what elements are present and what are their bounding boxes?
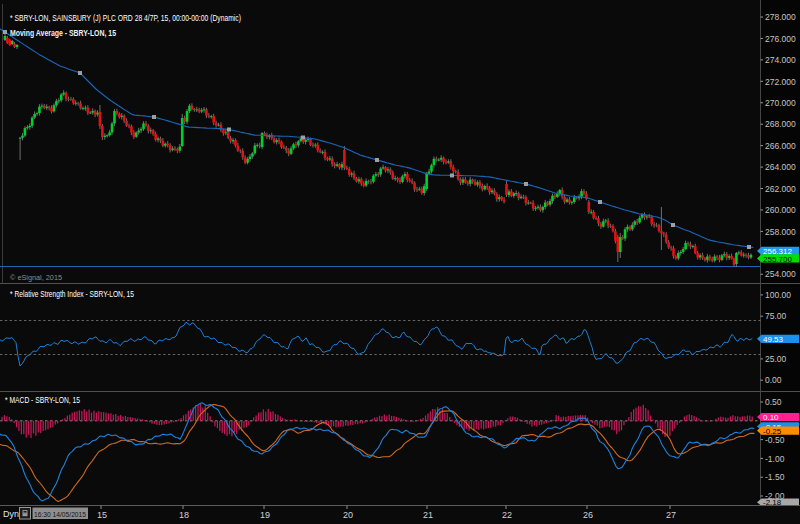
svg-text:49.53: 49.53 (763, 335, 784, 344)
svg-text:270.000: 270.000 (765, 98, 796, 108)
svg-text:0.50: 0.50 (765, 397, 782, 407)
svg-text:* SBRY-LON, SAINSBURY (J) PLC: * SBRY-LON, SAINSBURY (J) PLC ORD 28 4/7… (10, 13, 241, 23)
svg-text:* Relative Strength Index - SB: * Relative Strength Index - SBRY-LON, 15 (10, 289, 134, 299)
svg-text:Moving Average - SBRY-LON, 15: Moving Average - SBRY-LON, 15 (10, 28, 116, 38)
svg-text:18: 18 (179, 510, 189, 520)
svg-text:19: 19 (260, 510, 270, 520)
svg-text:75.00: 75.00 (765, 311, 787, 321)
svg-text:15: 15 (97, 510, 107, 520)
svg-text:100.00: 100.00 (765, 290, 791, 300)
svg-text:22: 22 (502, 510, 512, 520)
svg-text:-1.50: -1.50 (765, 472, 785, 482)
svg-text:21: 21 (423, 510, 433, 520)
svg-text:276.000: 276.000 (765, 34, 796, 44)
svg-text:260.000: 260.000 (765, 205, 796, 215)
svg-text:-0.25: -0.25 (763, 427, 782, 436)
svg-text:254.000: 254.000 (765, 269, 796, 279)
svg-text:255.700: 255.700 (763, 255, 792, 264)
svg-text:274.000: 274.000 (765, 55, 796, 65)
svg-text:Dyn: Dyn (3, 509, 19, 519)
svg-text:262.000: 262.000 (765, 184, 796, 194)
svg-text:0.00: 0.00 (765, 375, 782, 385)
svg-text:264.000: 264.000 (765, 162, 796, 172)
svg-text:20: 20 (343, 510, 353, 520)
svg-text:266.000: 266.000 (765, 141, 796, 151)
svg-text:278.000: 278.000 (765, 12, 796, 22)
svg-text:26: 26 (583, 510, 593, 520)
svg-text:258.000: 258.000 (765, 227, 796, 237)
svg-text:27: 27 (666, 510, 676, 520)
svg-text:272.000: 272.000 (765, 77, 796, 87)
svg-text:25.00: 25.00 (765, 354, 787, 364)
svg-text:-1.00: -1.00 (765, 454, 785, 464)
svg-text:-0.50: -0.50 (765, 435, 785, 445)
svg-text:© eSignal, 2015: © eSignal, 2015 (10, 273, 62, 282)
svg-text:268.000: 268.000 (765, 119, 796, 129)
svg-text:0.10: 0.10 (763, 413, 779, 422)
svg-text:16:30 14/05/2015: 16:30 14/05/2015 (34, 510, 86, 519)
svg-text:* MACD - SBRY-LON, 15: * MACD - SBRY-LON, 15 (5, 395, 80, 405)
